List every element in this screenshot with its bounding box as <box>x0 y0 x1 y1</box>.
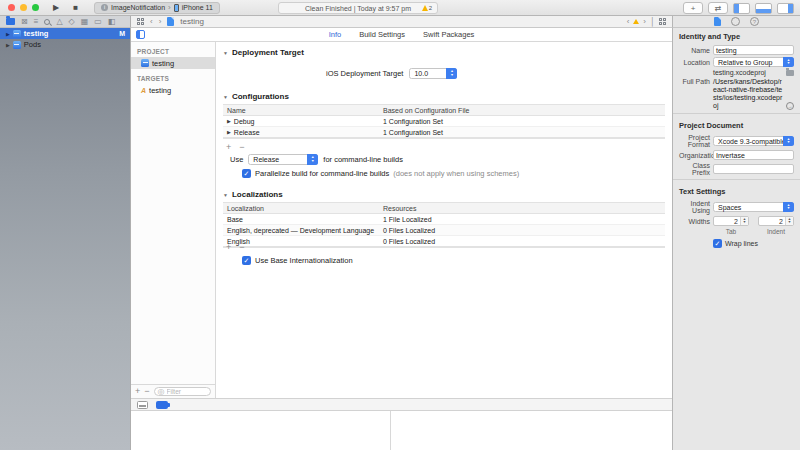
open-path-arrow-icon[interactable]: → <box>786 102 794 110</box>
tab-width-stepper[interactable]: 2 ▲▼ <box>713 216 749 226</box>
add-localization-button[interactable]: + <box>226 242 231 252</box>
close-window-button[interactable] <box>8 4 15 11</box>
filter-input[interactable] <box>167 388 207 395</box>
configurations-table: Name Based on Configuration File ▶Debug … <box>223 104 665 139</box>
indent-using-popup[interactable]: Spaces ▲▼ <box>713 202 794 212</box>
stop-button[interactable]: ■ <box>73 3 78 12</box>
remove-target-button[interactable]: − <box>144 387 149 396</box>
issue-forward-button[interactable]: › <box>643 17 646 26</box>
popup-chevrons-icon: ▲▼ <box>783 136 794 146</box>
console-toggle-icon[interactable] <box>156 401 168 409</box>
debug-navigator-icon[interactable]: ▦ <box>81 17 89 27</box>
indent-using-row: Indent Using Spaces ▲▼ <box>679 200 794 214</box>
related-items-icon[interactable] <box>137 18 144 25</box>
stepper-arrows-icon[interactable]: ▲▼ <box>785 217 793 225</box>
editor-sidebar-toggle-icon[interactable] <box>136 30 145 39</box>
disclosure-open-icon[interactable]: ▼ <box>223 192 228 198</box>
class-prefix-field[interactable] <box>713 164 794 174</box>
test-navigator-icon[interactable]: ◇ <box>69 17 75 27</box>
target-item[interactable]: A testing <box>131 84 215 96</box>
section-localizations[interactable]: ▼ Localizations <box>223 190 283 199</box>
section-deployment-target[interactable]: ▼ Deployment Target <box>223 48 304 57</box>
add-configuration-button[interactable]: + <box>226 142 231 152</box>
table-row[interactable]: English 0 Files Localized <box>223 236 665 247</box>
base-internationalization-label: Use Base Internationalization <box>255 256 353 265</box>
tab-caption: Tab <box>713 228 749 235</box>
column-based-on[interactable]: Based on Configuration File <box>381 107 665 114</box>
remove-localization-button[interactable]: − <box>239 242 244 252</box>
scheme-device[interactable]: iPhone 11 <box>182 4 213 11</box>
disclosure-icon[interactable]: ▶ <box>6 42 10 48</box>
forward-button[interactable]: › <box>159 17 162 26</box>
report-navigator-icon[interactable]: ◧ <box>108 17 116 27</box>
table-row[interactable]: ▶Debug 1 Configuration Set <box>223 116 665 127</box>
project-item-label[interactable]: testing <box>152 59 174 68</box>
toggle-navigator-button[interactable] <box>733 3 750 14</box>
back-button[interactable]: ‹ <box>150 17 153 26</box>
navigator-item-pods[interactable]: ▶ Pods <box>0 39 130 50</box>
parallelize-checkbox[interactable]: ✓ <box>242 169 251 178</box>
source-control-navigator-icon[interactable]: ⊠ <box>21 17 28 27</box>
column-name[interactable]: Name <box>223 107 381 114</box>
library-button[interactable]: + <box>683 2 703 14</box>
issue-back-button[interactable]: ‹ <box>627 17 630 26</box>
quick-help-inspector-icon[interactable]: ? <box>750 17 759 26</box>
scheme-target[interactable]: ImageNotification <box>111 4 165 11</box>
project-format-popup[interactable]: Xcode 9.3-compatible ▲▼ <box>713 136 794 146</box>
toggle-inspector-button[interactable] <box>777 3 794 14</box>
column-localization[interactable]: Localization <box>223 205 381 212</box>
indent-width-stepper[interactable]: 2 ▲▼ <box>758 216 794 226</box>
config-value: 1 Configuration Set <box>381 118 665 125</box>
disclosure-icon[interactable]: ▶ <box>227 118 231 124</box>
disclosure-icon[interactable]: ▶ <box>227 129 231 135</box>
table-row[interactable]: English, deprecated — Development Langua… <box>223 225 665 236</box>
table-row[interactable]: Base 1 File Localized <box>223 214 665 225</box>
disclosure-open-icon[interactable]: ▼ <box>223 94 228 100</box>
target-item-label[interactable]: testing <box>149 86 171 95</box>
disclosure-icon[interactable]: ▶ <box>6 31 10 37</box>
scheme-selector[interactable]: i ImageNotification › iPhone 11 <box>94 2 220 14</box>
organization-field[interactable]: Invertase <box>713 150 794 160</box>
project-navigator-icon[interactable] <box>6 18 15 25</box>
breakpoint-navigator-icon[interactable]: ▭ <box>94 17 102 27</box>
breadcrumb-file[interactable]: testing <box>180 17 204 26</box>
warning-badge[interactable]: 2 <box>422 5 432 11</box>
project-item[interactable]: testing <box>131 57 215 69</box>
zoom-window-button[interactable] <box>32 4 39 11</box>
indent-using-label: Indent Using <box>679 200 713 214</box>
remove-configuration-button[interactable]: − <box>239 142 244 152</box>
file-inspector-icon[interactable] <box>714 17 721 26</box>
history-inspector-icon[interactable] <box>731 17 740 26</box>
sidebar-filter-field[interactable]: ◎ <box>154 387 211 396</box>
tab-info[interactable]: Info <box>329 30 342 39</box>
minimize-window-button[interactable] <box>20 4 27 11</box>
name-field[interactable]: testing <box>713 45 794 55</box>
stepper-arrows-icon[interactable]: ▲▼ <box>740 217 748 225</box>
add-target-button[interactable]: + <box>135 387 140 396</box>
tab-build-settings[interactable]: Build Settings <box>359 30 405 39</box>
navigator-item-label[interactable]: testing <box>24 29 49 38</box>
console-view[interactable] <box>391 411 673 450</box>
search-navigator-icon[interactable] <box>44 19 50 25</box>
folder-icon[interactable] <box>786 70 794 76</box>
table-row[interactable]: ▶Release 1 Configuration Set <box>223 127 665 138</box>
variables-view[interactable] <box>131 411 391 450</box>
base-internationalization-checkbox[interactable]: ✓ <box>242 256 251 265</box>
symbol-navigator-icon[interactable]: ≡ <box>34 17 39 27</box>
ios-deployment-target-popup[interactable]: 10.0 ▲▼ <box>409 68 457 79</box>
location-popup[interactable]: Relative to Group ▲▼ <box>713 57 794 67</box>
hide-debug-area-icon[interactable] <box>137 401 148 409</box>
editor-options-button[interactable]: ⇄ <box>708 2 728 14</box>
tab-swift-packages[interactable]: Swift Packages <box>423 30 474 39</box>
issue-navigator-icon[interactable]: △ <box>56 17 62 27</box>
navigator-item-testing[interactable]: ▶ testing M <box>0 28 130 39</box>
navigator-item-label[interactable]: Pods <box>24 40 41 49</box>
add-editor-icon[interactable] <box>659 18 666 25</box>
toggle-debug-area-button[interactable] <box>755 3 772 14</box>
command-line-config-popup[interactable]: Release ▲▼ <box>248 154 318 165</box>
disclosure-open-icon[interactable]: ▼ <box>223 50 228 56</box>
column-resources[interactable]: Resources <box>381 205 665 212</box>
run-button[interactable]: ▶ <box>53 3 59 12</box>
section-configurations[interactable]: ▼ Configurations <box>223 92 289 101</box>
wrap-lines-checkbox[interactable]: ✓ <box>713 239 722 248</box>
